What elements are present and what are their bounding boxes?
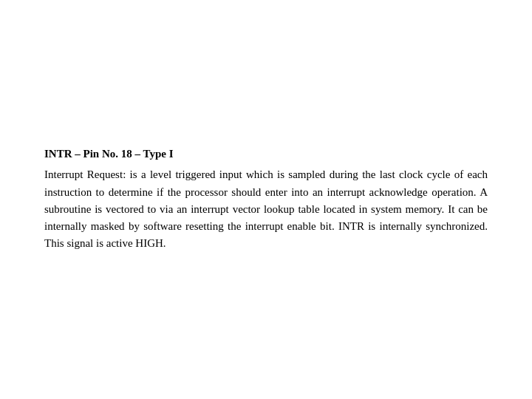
section-title: INTR – Pin No. 18 – Type I	[44, 146, 488, 162]
main-content: INTR – Pin No. 18 – Type I Interrupt Req…	[37, 132, 495, 267]
section-body: Interrupt Request: is a level triggered …	[44, 166, 488, 252]
